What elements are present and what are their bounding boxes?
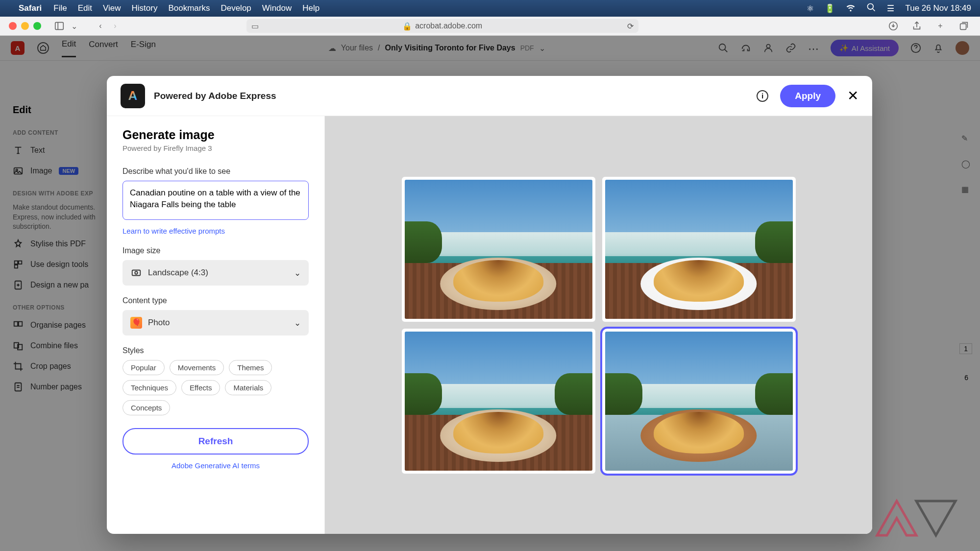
chip-movements[interactable]: Movements	[170, 360, 224, 375]
image-size-select[interactable]: Landscape (4:3) ⌄	[122, 260, 309, 286]
macos-menubar: Safari File Edit View History Bookmarks …	[0, 0, 980, 17]
modal-title: Generate image	[122, 128, 309, 142]
modal-sidebar: Generate image Powered by Firefly Image …	[107, 116, 325, 534]
forward-button[interactable]: ›	[108, 19, 122, 33]
url-text: acrobat.adobe.com	[415, 22, 482, 30]
label-content-type: Content type	[122, 296, 309, 305]
photo-type-icon: 🎈	[130, 317, 142, 329]
control-center-icon[interactable]: ☰	[887, 3, 894, 14]
content-type-select[interactable]: 🎈 Photo ⌄	[122, 310, 309, 335]
aspect-icon	[130, 267, 142, 279]
menu-help[interactable]: Help	[302, 3, 319, 13]
generate-image-modal: A Powered by Adobe Express i Apply ✕ Gen…	[107, 76, 872, 534]
battery-icon[interactable]: 🔋	[825, 3, 835, 14]
lock-icon: 🔒	[402, 22, 412, 31]
label-describe: Describe what you'd like to see	[122, 167, 309, 176]
menu-window[interactable]: Window	[262, 3, 292, 13]
safari-toolbar: ⌄ ‹ › ▭ 🔒 acrobat.adobe.com ⟳ +	[0, 17, 980, 36]
menu-bookmarks[interactable]: Bookmarks	[168, 3, 210, 13]
info-icon[interactable]: i	[757, 90, 768, 102]
sidebar-toggle-icon[interactable]	[52, 19, 67, 33]
chip-techniques[interactable]: Techniques	[122, 380, 176, 395]
content-type-value: Photo	[148, 318, 170, 328]
spotlight-icon[interactable]	[866, 2, 876, 15]
clock[interactable]: Tue 26 Nov 18:49	[905, 3, 971, 13]
modal-header: A Powered by Adobe Express i Apply ✕	[107, 76, 872, 116]
chevron-down-icon: ⌄	[294, 318, 301, 328]
menu-edit[interactable]: Edit	[78, 3, 92, 13]
menu-history[interactable]: History	[132, 3, 158, 13]
share-icon[interactable]	[909, 19, 924, 33]
results-panel	[325, 116, 872, 534]
url-bar[interactable]: ▭ 🔒 acrobat.adobe.com ⟳	[246, 19, 638, 33]
svg-rect-1	[55, 23, 64, 30]
chip-themes[interactable]: Themes	[229, 360, 272, 375]
svg-rect-3	[960, 24, 966, 29]
result-thumb-1[interactable]	[402, 177, 595, 322]
app-name[interactable]: Safari	[19, 3, 42, 13]
chip-effects[interactable]: Effects	[181, 380, 220, 395]
menu-view[interactable]: View	[103, 3, 121, 13]
privacy-shield-icon[interactable]: ▭	[251, 22, 259, 31]
link-effective-prompts[interactable]: Learn to write effective prompts	[122, 227, 225, 235]
svg-point-0	[868, 3, 874, 9]
reload-icon[interactable]: ⟳	[627, 22, 634, 31]
refresh-button[interactable]: Refresh	[122, 428, 309, 455]
apply-button[interactable]: Apply	[780, 85, 835, 107]
modal-powered-by: Powered by Adobe Express	[154, 91, 276, 101]
result-thumb-2[interactable]	[602, 177, 796, 322]
chip-popular[interactable]: Popular	[122, 360, 165, 375]
window-minimize[interactable]	[21, 22, 29, 30]
back-button[interactable]: ‹	[93, 19, 108, 33]
result-thumb-3[interactable]	[402, 329, 595, 474]
wifi-icon[interactable]	[846, 2, 856, 15]
watermark-logo	[872, 496, 960, 542]
menu-file[interactable]: File	[53, 3, 67, 13]
stage-manager-icon[interactable]: ⚛	[807, 3, 814, 14]
chip-concepts[interactable]: Concepts	[122, 400, 170, 415]
downloads-icon[interactable]	[886, 19, 901, 33]
style-chips: Popular Movements Themes Techniques Effe…	[122, 360, 309, 415]
image-size-value: Landscape (4:3)	[148, 268, 208, 278]
modal-subtitle: Powered by Firefly Image 3	[122, 144, 309, 152]
chevron-down-icon: ⌄	[294, 268, 301, 278]
window-maximize[interactable]	[33, 22, 41, 30]
new-tab-icon[interactable]: +	[933, 19, 948, 33]
adobe-express-logo-icon: A	[121, 84, 145, 108]
svg-rect-18	[132, 270, 141, 276]
result-thumb-4[interactable]	[602, 329, 796, 474]
close-icon[interactable]: ✕	[847, 88, 858, 104]
chevron-down-icon[interactable]: ⌄	[67, 19, 81, 33]
menu-develop[interactable]: Develop	[220, 3, 251, 13]
chip-materials[interactable]: Materials	[225, 380, 271, 395]
window-close[interactable]	[9, 22, 17, 30]
label-styles: Styles	[122, 346, 309, 355]
label-image-size: Image size	[122, 246, 309, 255]
link-ai-terms[interactable]: Adobe Generative AI terms	[122, 461, 309, 470]
svg-point-19	[135, 271, 138, 274]
prompt-input[interactable]	[122, 181, 309, 220]
tabs-icon[interactable]	[956, 19, 971, 33]
